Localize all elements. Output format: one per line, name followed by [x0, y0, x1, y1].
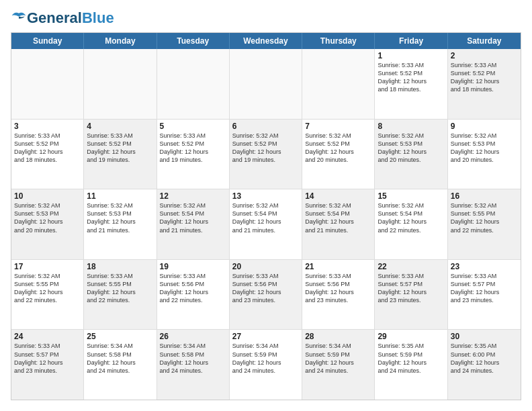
- logo: GeneralBlue: [11, 11, 114, 26]
- day-number: 27: [232, 332, 299, 341]
- day-number: 11: [87, 191, 153, 201]
- calendar-cell: 2Sunrise: 5:33 AM Sunset: 5:52 PM Daylig…: [448, 49, 521, 119]
- cell-info: Sunrise: 5:34 AM Sunset: 5:58 PM Dayligh…: [87, 342, 153, 375]
- day-number: 14: [305, 191, 371, 201]
- calendar-cell: 1Sunrise: 5:33 AM Sunset: 5:52 PM Daylig…: [375, 49, 447, 119]
- calendar-cell: 28Sunrise: 5:34 AM Sunset: 5:59 PM Dayli…: [302, 330, 375, 400]
- cell-info: Sunrise: 5:34 AM Sunset: 5:59 PM Dayligh…: [232, 342, 299, 375]
- calendar-cell: 29Sunrise: 5:35 AM Sunset: 5:59 PM Dayli…: [375, 330, 447, 400]
- calendar-cell: 21Sunrise: 5:33 AM Sunset: 5:56 PM Dayli…: [302, 260, 375, 330]
- cell-info: Sunrise: 5:33 AM Sunset: 5:52 PM Dayligh…: [378, 61, 444, 94]
- calendar-row-0: 1Sunrise: 5:33 AM Sunset: 5:52 PM Daylig…: [11, 49, 521, 120]
- cell-info: Sunrise: 5:33 AM Sunset: 5:52 PM Dayligh…: [451, 61, 518, 94]
- calendar-row-2: 10Sunrise: 5:32 AM Sunset: 5:53 PM Dayli…: [11, 189, 521, 260]
- calendar-cell: 24Sunrise: 5:33 AM Sunset: 5:57 PM Dayli…: [11, 330, 84, 400]
- cell-info: Sunrise: 5:32 AM Sunset: 5:52 PM Dayligh…: [305, 132, 371, 165]
- day-number: 20: [232, 262, 299, 271]
- calendar-cell: 25Sunrise: 5:34 AM Sunset: 5:58 PM Dayli…: [84, 330, 157, 400]
- cell-info: Sunrise: 5:32 AM Sunset: 5:54 PM Dayligh…: [232, 201, 299, 234]
- cell-info: Sunrise: 5:32 AM Sunset: 5:54 PM Dayligh…: [378, 201, 444, 234]
- day-number: 1: [378, 51, 444, 60]
- day-number: 18: [87, 262, 153, 271]
- calendar-row-4: 24Sunrise: 5:33 AM Sunset: 5:57 PM Dayli…: [11, 330, 521, 400]
- day-number: 17: [14, 262, 81, 271]
- calendar-cell: 16Sunrise: 5:32 AM Sunset: 5:55 PM Dayli…: [448, 189, 521, 259]
- header-day-thursday: Thursday: [302, 33, 375, 49]
- calendar-cell: [84, 49, 157, 119]
- day-number: 21: [305, 262, 371, 271]
- header-day-monday: Monday: [84, 33, 157, 49]
- day-number: 16: [451, 191, 518, 201]
- day-number: 22: [378, 262, 444, 271]
- calendar: SundayMondayTuesdayWednesdayThursdayFrid…: [11, 32, 521, 400]
- calendar-cell: 30Sunrise: 5:35 AM Sunset: 6:00 PM Dayli…: [448, 330, 521, 400]
- calendar-body: 1Sunrise: 5:33 AM Sunset: 5:52 PM Daylig…: [11, 49, 521, 400]
- day-number: 29: [378, 332, 444, 341]
- cell-info: Sunrise: 5:33 AM Sunset: 5:57 PM Dayligh…: [378, 272, 444, 305]
- cell-info: Sunrise: 5:32 AM Sunset: 5:53 PM Dayligh…: [378, 132, 444, 165]
- calendar-cell: [302, 49, 375, 119]
- calendar-cell: 6Sunrise: 5:32 AM Sunset: 5:52 PM Daylig…: [230, 120, 302, 189]
- cell-info: Sunrise: 5:35 AM Sunset: 5:59 PM Dayligh…: [378, 342, 444, 375]
- calendar-header: SundayMondayTuesdayWednesdayThursdayFrid…: [11, 33, 521, 49]
- day-number: 25: [87, 332, 153, 341]
- calendar-cell: 13Sunrise: 5:32 AM Sunset: 5:54 PM Dayli…: [230, 189, 302, 259]
- header-day-sunday: Sunday: [11, 33, 84, 49]
- day-number: 13: [232, 191, 299, 201]
- calendar-cell: [11, 49, 84, 119]
- day-number: 23: [451, 262, 518, 271]
- calendar-cell: 23Sunrise: 5:33 AM Sunset: 5:57 PM Dayli…: [448, 260, 521, 330]
- cell-info: Sunrise: 5:34 AM Sunset: 5:59 PM Dayligh…: [305, 342, 371, 375]
- day-number: 5: [160, 122, 226, 131]
- calendar-cell: 17Sunrise: 5:32 AM Sunset: 5:55 PM Dayli…: [11, 260, 84, 330]
- calendar-cell: 9Sunrise: 5:32 AM Sunset: 5:53 PM Daylig…: [448, 120, 521, 189]
- calendar-cell: 19Sunrise: 5:33 AM Sunset: 5:56 PM Dayli…: [157, 260, 230, 330]
- calendar-cell: 18Sunrise: 5:33 AM Sunset: 5:55 PM Dayli…: [84, 260, 157, 330]
- calendar-cell: 4Sunrise: 5:33 AM Sunset: 5:52 PM Daylig…: [84, 120, 157, 189]
- day-number: 24: [14, 332, 81, 341]
- cell-info: Sunrise: 5:33 AM Sunset: 5:52 PM Dayligh…: [87, 132, 153, 165]
- cell-info: Sunrise: 5:32 AM Sunset: 5:52 PM Dayligh…: [232, 132, 299, 165]
- cell-info: Sunrise: 5:32 AM Sunset: 5:53 PM Dayligh…: [451, 132, 518, 165]
- cell-info: Sunrise: 5:32 AM Sunset: 5:54 PM Dayligh…: [305, 201, 371, 234]
- calendar-cell: 14Sunrise: 5:32 AM Sunset: 5:54 PM Dayli…: [302, 189, 375, 259]
- cell-info: Sunrise: 5:33 AM Sunset: 5:57 PM Dayligh…: [451, 272, 518, 305]
- day-number: 15: [378, 191, 444, 201]
- day-number: 30: [451, 332, 518, 341]
- calendar-cell: 22Sunrise: 5:33 AM Sunset: 5:57 PM Dayli…: [375, 260, 447, 330]
- calendar-cell: 8Sunrise: 5:32 AM Sunset: 5:53 PM Daylig…: [375, 120, 447, 189]
- day-number: 7: [305, 122, 371, 131]
- calendar-row-3: 17Sunrise: 5:32 AM Sunset: 5:55 PM Dayli…: [11, 260, 521, 330]
- day-number: 8: [378, 122, 444, 131]
- logo-text: GeneralBlue: [27, 11, 114, 26]
- calendar-cell: 11Sunrise: 5:32 AM Sunset: 5:53 PM Dayli…: [84, 189, 157, 259]
- calendar-row-1: 3Sunrise: 5:33 AM Sunset: 5:52 PM Daylig…: [11, 120, 521, 190]
- calendar-cell: 27Sunrise: 5:34 AM Sunset: 5:59 PM Dayli…: [230, 330, 302, 400]
- calendar-cell: [157, 49, 230, 119]
- cell-info: Sunrise: 5:33 AM Sunset: 5:57 PM Dayligh…: [14, 342, 81, 375]
- cell-info: Sunrise: 5:33 AM Sunset: 5:56 PM Dayligh…: [232, 272, 299, 305]
- day-number: 9: [451, 122, 518, 131]
- day-number: 3: [14, 122, 81, 131]
- calendar-cell: 20Sunrise: 5:33 AM Sunset: 5:56 PM Dayli…: [230, 260, 302, 330]
- day-number: 4: [87, 122, 153, 131]
- header-day-friday: Friday: [375, 33, 447, 49]
- cell-info: Sunrise: 5:33 AM Sunset: 5:55 PM Dayligh…: [87, 272, 153, 305]
- calendar-cell: 26Sunrise: 5:34 AM Sunset: 5:58 PM Dayli…: [157, 330, 230, 400]
- day-number: 26: [160, 332, 226, 341]
- calendar-cell: 15Sunrise: 5:32 AM Sunset: 5:54 PM Dayli…: [375, 189, 447, 259]
- day-number: 10: [14, 191, 81, 201]
- cell-info: Sunrise: 5:32 AM Sunset: 5:54 PM Dayligh…: [160, 201, 226, 234]
- cell-info: Sunrise: 5:32 AM Sunset: 5:53 PM Dayligh…: [14, 201, 81, 234]
- calendar-cell: 12Sunrise: 5:32 AM Sunset: 5:54 PM Dayli…: [157, 189, 230, 259]
- header-day-tuesday: Tuesday: [157, 33, 230, 49]
- cell-info: Sunrise: 5:34 AM Sunset: 5:58 PM Dayligh…: [160, 342, 226, 375]
- day-number: 12: [160, 191, 226, 201]
- calendar-cell: 10Sunrise: 5:32 AM Sunset: 5:53 PM Dayli…: [11, 189, 84, 259]
- calendar-cell: 3Sunrise: 5:33 AM Sunset: 5:52 PM Daylig…: [11, 120, 84, 189]
- calendar-cell: [230, 49, 302, 119]
- cell-info: Sunrise: 5:33 AM Sunset: 5:56 PM Dayligh…: [305, 272, 371, 305]
- cell-info: Sunrise: 5:33 AM Sunset: 5:52 PM Dayligh…: [14, 132, 81, 165]
- header-day-saturday: Saturday: [448, 33, 521, 49]
- day-number: 6: [232, 122, 299, 131]
